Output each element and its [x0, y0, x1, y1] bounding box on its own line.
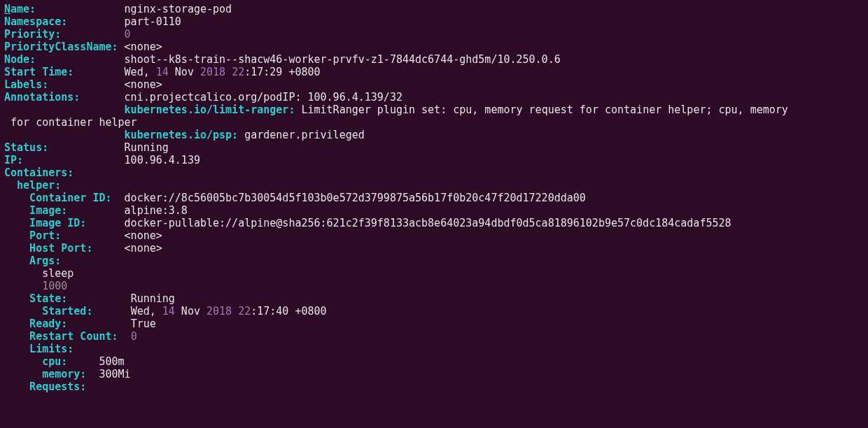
output-line: Args:	[4, 255, 864, 267]
text-segment: for container helper	[4, 116, 137, 129]
text-segment: cpu:	[4, 355, 99, 368]
text-segment: Wed,	[125, 66, 156, 78]
text-segment: IP:	[4, 154, 125, 166]
text-segment: :17:29 +0800	[244, 66, 320, 78]
text-segment: Namespace:	[4, 15, 125, 28]
output-line: Requests:	[4, 380, 864, 393]
output-line: Priority: 0	[4, 28, 864, 41]
text-segment: kubernetes.io/limit-ranger:	[125, 104, 295, 116]
text-segment: LimitRanger plugin set: cpu, memory requ…	[295, 104, 788, 116]
output-line: Start Time: Wed, 14 Nov 2018 22:17:29 +0…	[4, 66, 864, 78]
text-segment: True	[131, 318, 156, 330]
output-line: Port: <none>	[4, 229, 864, 242]
text-segment: <none>	[125, 41, 162, 53]
output-line: kubernetes.io/limit-ranger: LimitRanger …	[4, 104, 864, 116]
text-segment: gardener.privileged	[238, 129, 365, 141]
text-segment: Running	[131, 292, 175, 305]
output-line: Labels: <none>	[4, 78, 864, 91]
text-segment: cni.projectcalico.org/podIP: 100.96.4.13…	[125, 91, 402, 104]
text-segment: part-0110	[125, 15, 181, 28]
output-line: Containers:	[4, 166, 864, 179]
text-segment: Restart Count:	[4, 330, 131, 343]
text-segment: Host Port:	[4, 242, 125, 255]
text-segment: 2018	[206, 305, 232, 318]
output-line: helper:	[4, 179, 864, 192]
text-segment: Start Time:	[4, 66, 125, 78]
output-line: Container ID: docker://8c56005bc7b30054d…	[4, 192, 864, 204]
text-segment: Node:	[4, 53, 125, 66]
output-line: for container helper	[4, 116, 864, 129]
output-line: Status: Running	[4, 141, 864, 154]
text-segment: Container ID:	[4, 192, 125, 204]
text-segment: Requests:	[4, 380, 86, 393]
text-segment: Wed,	[131, 305, 162, 318]
output-line: State: Running	[4, 292, 864, 305]
text-segment: 14	[156, 66, 169, 78]
text-segment: N	[4, 3, 10, 15]
text-segment: Started:	[4, 305, 131, 318]
output-line: Started: Wed, 14 Nov 2018 22:17:40 +0800	[4, 305, 864, 318]
text-segment: 300Mi	[99, 368, 130, 380]
output-line: Host Port: <none>	[4, 242, 864, 255]
text-segment: 22	[232, 66, 244, 78]
text-segment: 0	[125, 28, 131, 41]
terminal-output[interactable]: Name: nginx-storage-podNamespace: part-0…	[0, 0, 868, 396]
text-segment: Image ID:	[4, 217, 125, 229]
text-segment: sleep	[4, 267, 74, 280]
output-line: sleep	[4, 267, 864, 280]
output-line: Restart Count: 0	[4, 330, 864, 343]
text-segment: 0	[131, 330, 137, 343]
text-segment: Args:	[4, 255, 61, 267]
text-segment: 14	[162, 305, 175, 318]
text-segment: Nov	[175, 305, 206, 318]
text-segment: Containers:	[4, 166, 74, 179]
text-segment: docker://8c56005bc7b30054d5f103b0e572d37…	[125, 192, 586, 204]
output-line: kubernetes.io/psp: gardener.privileged	[4, 129, 864, 141]
output-line: Limits:	[4, 343, 864, 355]
text-segment: helper:	[4, 179, 61, 192]
text-segment: ame:	[10, 3, 125, 15]
output-line: Annotations: cni.projectcalico.org/podIP…	[4, 91, 864, 104]
text-segment: <none>	[125, 229, 162, 242]
text-segment: Priority:	[4, 28, 125, 41]
text-segment: alpine:3.8	[125, 204, 188, 217]
output-line: cpu: 500m	[4, 355, 864, 368]
text-segment: Ready:	[4, 318, 131, 330]
output-line: Name: nginx-storage-pod	[4, 3, 864, 15]
text-segment: Nov	[169, 66, 200, 78]
text-segment	[232, 305, 238, 318]
output-line: PriorityClassName: <none>	[4, 41, 864, 53]
output-line: IP: 100.96.4.139	[4, 154, 864, 166]
text-segment: Status:	[4, 141, 125, 154]
text-segment: 500m	[99, 355, 124, 368]
text-segment: nginx-storage-pod	[125, 3, 232, 15]
text-segment: memory:	[4, 368, 99, 380]
text-segment: Labels:	[4, 78, 125, 91]
output-line: Image ID: docker-pullable://alpine@sha25…	[4, 217, 864, 229]
text-segment: <none>	[125, 242, 162, 255]
text-segment: Limits:	[4, 343, 74, 355]
text-segment: docker-pullable://alpine@sha256:621c2f39…	[125, 217, 732, 229]
text-segment: Port:	[4, 229, 125, 242]
text-segment	[4, 104, 125, 116]
text-segment	[4, 129, 125, 141]
text-segment: Image:	[4, 204, 125, 217]
text-segment: 100.96.4.139	[125, 154, 200, 166]
text-segment: 2018	[200, 66, 225, 78]
output-line: Image: alpine:3.8	[4, 204, 864, 217]
text-segment: shoot--k8s-train--shacw46-worker-prvfv-z…	[125, 53, 561, 66]
text-segment: State:	[4, 292, 131, 305]
text-segment: 22	[238, 305, 251, 318]
output-line: 1000	[4, 280, 864, 292]
text-segment	[225, 66, 232, 78]
text-segment: Annotations:	[4, 91, 125, 104]
text-segment: PriorityClassName:	[4, 41, 125, 53]
output-line: memory: 300Mi	[4, 368, 864, 380]
output-line: Node: shoot--k8s-train--shacw46-worker-p…	[4, 53, 864, 66]
text-segment: Running	[125, 141, 169, 154]
text-segment: kubernetes.io/psp:	[125, 129, 239, 141]
text-segment: <none>	[125, 78, 162, 91]
output-line: Ready: True	[4, 318, 864, 330]
text-segment: :17:40 +0800	[251, 305, 326, 318]
text-segment: 1000	[4, 280, 67, 292]
